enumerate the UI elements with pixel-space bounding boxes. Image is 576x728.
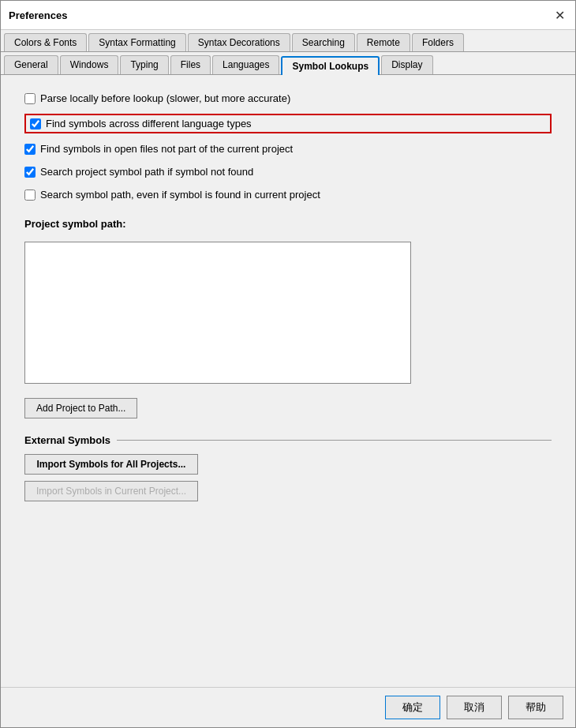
cancel-button[interactable]: 取消	[447, 696, 502, 719]
tab-windows[interactable]: Windows	[60, 55, 119, 74]
label-search-project-path: Search project symbol path if symbol not…	[40, 166, 253, 178]
help-button[interactable]: 帮助	[508, 696, 563, 719]
project-symbol-path-label: Project symbol path:	[24, 218, 552, 230]
tab-files[interactable]: Files	[170, 55, 211, 74]
external-symbols-label: External Symbols	[24, 434, 110, 446]
label-find-symbols-diff-lang: Find symbols across different language t…	[46, 118, 252, 129]
checkbox-row-find-symbols-diff-lang: Find symbols across different language t…	[24, 114, 552, 133]
add-project-to-path-button[interactable]: Add Project to Path...	[24, 398, 137, 418]
checkbox-parse-locally[interactable]	[24, 93, 36, 104]
tab-typing[interactable]: Typing	[120, 55, 168, 74]
tab-folders[interactable]: Folders	[412, 33, 464, 51]
import-current-project-button[interactable]: Import Symbols in Current Project...	[24, 481, 198, 501]
import-all-projects-button[interactable]: Import Symbols for All Projects...	[24, 454, 198, 475]
preferences-window: Preferences ✕ Colors & Fonts Syntax Form…	[0, 0, 576, 728]
external-symbols-section: External Symbols Import Symbols for All …	[24, 434, 552, 501]
tab-searching[interactable]: Searching	[292, 33, 355, 51]
external-symbols-divider	[117, 440, 552, 441]
external-symbols-header: External Symbols	[24, 434, 552, 446]
checkbox-search-project-path[interactable]	[24, 167, 36, 178]
tab-row-1: Colors & Fonts Syntax Formatting Syntax …	[1, 30, 575, 52]
label-search-symbol-path: Search symbol path, even if symbol is fo…	[40, 189, 320, 201]
close-button[interactable]: ✕	[552, 7, 567, 23]
checkbox-row-search-project-path: Search project symbol path if symbol not…	[24, 164, 552, 179]
label-parse-locally: Parse locally before lookup (slower, but…	[40, 92, 290, 104]
label-find-open-files: Find symbols in open files not part of t…	[40, 143, 293, 155]
tab-syntax-formatting[interactable]: Syntax Formatting	[88, 33, 185, 51]
tab-syntax-decorations[interactable]: Syntax Decorations	[188, 33, 290, 51]
checkbox-search-symbol-path[interactable]	[24, 190, 36, 201]
window-title: Preferences	[9, 9, 67, 21]
tab-remote[interactable]: Remote	[357, 33, 410, 51]
tab-languages[interactable]: Languages	[212, 55, 279, 74]
project-symbol-path-input[interactable]	[24, 242, 411, 384]
title-bar: Preferences ✕	[1, 1, 575, 30]
confirm-button[interactable]: 确定	[385, 696, 440, 719]
checkbox-find-symbols-diff-lang[interactable]	[30, 118, 41, 129]
tab-colors-fonts[interactable]: Colors & Fonts	[4, 33, 87, 51]
tab-symbol-lookups[interactable]: Symbol Lookups	[281, 56, 380, 75]
checkbox-row-search-symbol-path: Search symbol path, even if symbol is fo…	[24, 187, 552, 202]
checkbox-find-open-files[interactable]	[24, 144, 36, 155]
checkbox-row-parse-locally: Parse locally before lookup (slower, but…	[24, 91, 552, 106]
tab-row-2: General Windows Typing Files Languages S…	[1, 52, 575, 75]
content-area: Parse locally before lookup (slower, but…	[1, 75, 575, 687]
checkbox-row-find-open-files: Find symbols in open files not part of t…	[24, 141, 552, 156]
tab-display[interactable]: Display	[381, 55, 432, 74]
tab-general[interactable]: General	[4, 55, 58, 74]
footer: 确定 取消 帮助	[1, 687, 575, 727]
